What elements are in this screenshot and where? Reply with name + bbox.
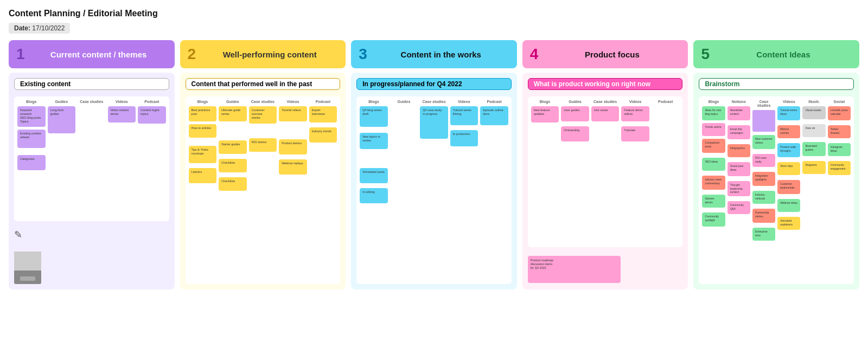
col5-note[interactable]: Visual assets [802,106,825,119]
col5-note[interactable]: Trends article [702,123,725,136]
col2-note[interactable]: How-to articles [189,124,217,138]
col4-note[interactable]: User guides [561,106,589,121]
col2-mini-col-videos: Videos Tutorial videos Product demos Web… [279,100,307,192]
col4-mini-col-videos: Videos Feature demovideos Tutorials [621,100,649,143]
col5-note[interactable]: Tutorial seriesideas [777,106,800,120]
col5-note[interactable]: Partnershipstories [752,209,775,223]
page-wrapper: Content Planning / Editorial Meeting Dat… [0,0,868,348]
col3-note[interactable]: Q4 blog seriesdraft [360,106,388,127]
col5-note[interactable]: Newslettercontent [727,106,750,120]
col1-note[interactable]: Long formguides [48,106,76,133]
col2-body: Content that performed well in the past … [180,73,346,289]
col1-section-label: Existing content [14,78,169,90]
col5-note[interactable]: Illustratedguides [802,142,825,156]
col1-mini-col-blogs: Blogs Keyword researchSEO blog postsTopi… [17,100,46,171]
col3-note[interactable]: New topics inreview [360,133,388,149]
col2-note[interactable]: Industry trends [309,127,337,143]
col1-mini-col-header-videos: Videos [108,100,136,104]
date-value: 17/10/2022 [32,24,65,32]
col1-mini-board: Blogs Keyword researchSEO blog postsTopi… [14,96,169,221]
col5-note[interactable]: Comparisonposts [702,139,725,153]
col5-note[interactable]: Behind scenes [777,125,800,138]
col5-note[interactable]: Enterprise wins [752,228,775,241]
col4-note[interactable]: Onboarding [561,126,589,141]
col5-note[interactable]: Webinar ideas [777,199,800,212]
col2-note[interactable]: Customer successstories [249,106,277,124]
col5-note[interactable]: Ideas for newblog topics [702,106,725,120]
col3-mini-col-header-guides: Guides [390,100,418,104]
col4-body: What is product working on right now Blo… [522,73,688,289]
col5-mini-col-header-illustr: Illustr. [802,100,825,104]
col1-note[interactable]: Content mgmttopics [138,106,166,124]
col2-note[interactable]: Product demos [279,139,307,154]
col5-note[interactable]: Integrationspotlights [752,172,775,186]
col5-note[interactable]: Social postideas [727,162,750,176]
col2-note[interactable]: Tips & Tricksroundups [189,146,217,163]
col3-note[interactable]: In production [450,130,478,146]
col3-note[interactable]: Q4 case studyin progress [420,106,448,139]
col4-note[interactable]: Use cases [591,106,620,121]
col5-note[interactable]: Email dripcampaigns [727,125,750,139]
col5-note[interactable]: Instagram ideas [828,143,851,156]
col5-mini-board: Blogs Ideas for newblog topics Trends ar… [699,96,854,284]
col4-mini-col-podcast: Podcast [652,100,680,143]
col5-note[interactable]: Communityengagement [828,161,851,175]
col5-note[interactable]: Data viz [802,124,825,137]
col5-note[interactable]: Industry verticals [752,191,775,204]
col5-note[interactable]: ROI case study [752,154,775,167]
col2-note[interactable]: Ultimate guideseries [219,106,247,121]
col2-note[interactable]: Starter guides [219,140,247,154]
column-3: 3 Content in the works In progress/plann… [351,40,517,289]
col5-note[interactable]: Twitter threads [828,125,851,138]
col1-note[interactable]: Existing contentrefresh [17,130,46,148]
col5-note[interactable]: Communityspotlight [702,212,725,227]
col4-note[interactable]: New featureupdates [531,106,559,123]
col5-section-label: Brainstorm [699,78,854,90]
col1-mini-col-videos: Videos Video contentseries [108,100,136,171]
col5-note[interactable]: Community Q&A [727,201,750,214]
col2-note[interactable]: Checklists [219,177,247,191]
col3-mini-col-blogs: Blogs Q4 blog seriesdraft New topics inr… [360,100,388,204]
col2-note[interactable]: Webinar replays [279,159,307,175]
col3-note[interactable]: Episode outlinedone [480,106,508,125]
col2-mini-col-header-blogs: Blogs [189,100,217,104]
col1-mini-col-podcast: Podcast Content mgmttopics [138,100,166,171]
col1-number: 1 [16,47,25,62]
col4-note[interactable]: Feature demovideos [621,106,649,121]
col2-note[interactable]: Listicles [189,168,217,183]
col5-note[interactable]: Product walk-throughs [777,143,800,157]
col2-note[interactable]: Checklists [219,159,247,172]
col5-note[interactable]: Customertestimonials [777,180,800,194]
col4-note-bottom[interactable]: Product roadmapdiscussion itemsfor Q4 20… [528,256,621,283]
col1-note[interactable]: Categories [17,155,46,170]
col2-note[interactable]: Best practices post [189,106,217,121]
col2-note[interactable]: Tutorial videos [279,106,307,121]
mini-image-inner [20,276,35,281]
col5-note[interactable]: New customerstories [752,135,775,149]
col5-note[interactable]: Infographics [727,144,750,157]
col3-note[interactable]: Scheduled posts [360,168,388,183]
col4-note[interactable]: Tutorials [621,126,649,141]
col3-note[interactable]: In editing [360,188,388,203]
col5-mini-col-notions: Notions Newslettercontent Email dripcamp… [727,100,750,242]
col5-note[interactable]: Diagrams [802,161,825,174]
col3-mini-col-header-videos: Videos [450,100,478,104]
col2-note[interactable]: Expert interviews [309,106,337,123]
col5-note[interactable]: Animated explainers [777,217,800,230]
col1-mini-col-guides: Guides Long formguides [48,100,76,171]
col5-note[interactable]: SEO ideas [702,158,725,171]
col5-note[interactable]: Industry newscommentary [702,176,725,190]
col2-note[interactable]: ROI stories [249,138,277,152]
col5-note[interactable]: Short clips [777,162,800,175]
col5-note[interactable]: Thought leadershipcontent [727,181,750,196]
col3-note[interactable]: Tutorial seriesfilming [450,106,478,125]
col1-note[interactable]: Video contentseries [108,106,136,123]
col5-note[interactable]: LinkedIn postscalendar [828,106,851,120]
col5-header: 5 Content Ideas [693,40,859,68]
mini-image [14,252,41,284]
col1-note[interactable]: Keyword researchSEO blog postsTopics [17,106,46,127]
col5-mini-col-header-videos: Videos [777,100,800,104]
col2-mini-col-podcast: Podcast Expert interviews Industry trend… [309,100,337,192]
col4-mini-col-header-guides: Guides [561,100,589,104]
col5-note[interactable]: Opinion pieces [702,195,725,208]
